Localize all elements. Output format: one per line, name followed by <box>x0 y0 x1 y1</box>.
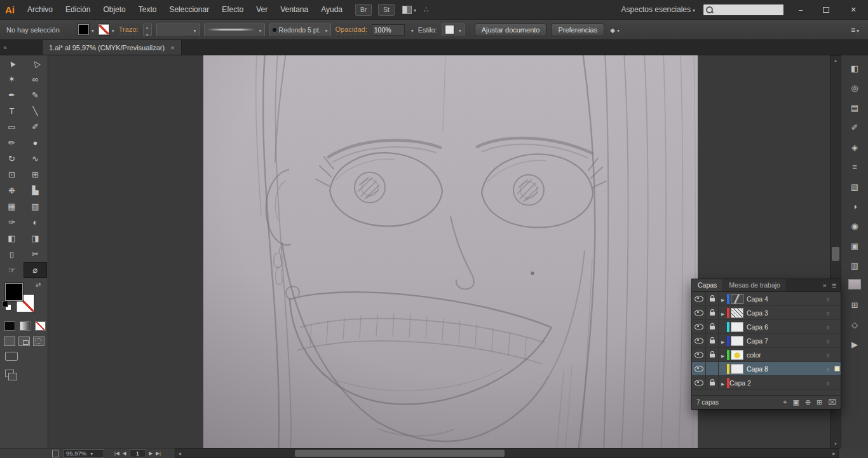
symbols-panel-icon[interactable]: ◈ <box>847 141 862 154</box>
restore-button[interactable] <box>817 3 835 16</box>
lock-toggle[interactable] <box>706 376 719 389</box>
target-icon[interactable] <box>822 379 834 387</box>
perspective-grid-tool[interactable]: ⊞ <box>24 167 47 183</box>
previous-artboard-button[interactable]: ◀ <box>123 450 126 456</box>
zoom-tool[interactable]: ⌀ <box>24 262 47 278</box>
status-menu-icon[interactable] <box>52 450 58 457</box>
scroll-down-icon[interactable] <box>831 440 841 448</box>
gradient-panel-icon[interactable]: ▧ <box>847 180 862 193</box>
artboard-tool[interactable]: ▯ <box>0 246 24 262</box>
horizontal-scrollbar-thumb[interactable] <box>295 450 505 457</box>
lock-toggle[interactable] <box>706 334 719 347</box>
chevron-down-icon[interactable] <box>409 26 414 34</box>
panel-collapse-icon[interactable]: » <box>823 282 827 289</box>
layer-name[interactable]: color <box>747 351 822 359</box>
rotate-tool[interactable]: ↻ <box>0 151 24 167</box>
layer-name[interactable]: Capa 8 <box>747 365 822 373</box>
pencil-tool[interactable]: ✏ <box>0 135 24 151</box>
search-input[interactable] <box>715 5 775 15</box>
tab-capas[interactable]: Capas <box>692 279 722 291</box>
opacity-panel-link[interactable]: Opacidad: <box>336 25 367 34</box>
tab-mesas-de-trabajo[interactable]: Mesas de trabajo <box>723 279 786 291</box>
workspace-switcher[interactable]: Aspectos esenciales <box>621 5 695 14</box>
first-artboard-button[interactable]: |◀ <box>114 450 119 456</box>
brushes-panel-icon[interactable]: ✐ <box>847 121 862 134</box>
screen-mode-icon[interactable] <box>5 352 18 361</box>
opacity-input[interactable] <box>372 24 405 36</box>
layer-thumbnail[interactable] <box>731 336 743 346</box>
eyedropper-tool[interactable]: ✑ <box>0 214 24 230</box>
lock-toggle[interactable] <box>706 362 719 375</box>
blend-tool[interactable]: ◐ <box>24 214 47 230</box>
preferences-button[interactable]: Preferencias <box>551 24 604 36</box>
cs-services-icon[interactable]: ∴ <box>424 5 429 14</box>
draw-behind-icon[interactable] <box>18 337 30 346</box>
bridge-button[interactable]: Br <box>355 4 372 16</box>
menu-seleccionar[interactable]: Seleccionar <box>163 5 215 14</box>
width-profile-select[interactable] <box>204 24 265 36</box>
swap-fill-stroke-icon[interactable] <box>36 281 41 288</box>
layer-name[interactable]: Capa 2 <box>729 379 822 387</box>
draw-normal-icon[interactable] <box>4 337 15 346</box>
gradient-button[interactable] <box>20 321 31 331</box>
panel-menu-icon[interactable] <box>832 282 837 289</box>
type-tool[interactable]: T <box>0 103 24 119</box>
layer-row-capa-3[interactable]: Capa 3 <box>692 306 841 320</box>
hand-tool[interactable]: ☞ <box>0 262 24 278</box>
next-artboard-button[interactable]: ▶ <box>149 450 153 456</box>
stock-button[interactable]: St <box>378 4 395 16</box>
layer-thumbnail[interactable] <box>731 308 743 318</box>
lock-toggle[interactable] <box>706 306 719 319</box>
visibility-toggle[interactable] <box>692 320 706 333</box>
blob-brush-tool[interactable]: ● <box>24 135 47 151</box>
none-button[interactable] <box>35 321 46 331</box>
scroll-up-icon[interactable] <box>831 56 841 64</box>
scroll-right-icon[interactable] <box>830 449 838 457</box>
extras-button[interactable] <box>610 25 620 34</box>
free-transform-tool[interactable]: ⊡ <box>0 167 24 183</box>
zoom-select[interactable]: 95,97% <box>64 449 104 458</box>
anchor-point-tool[interactable]: ✎ <box>24 87 47 103</box>
transparency-panel-icon[interactable]: ◑ <box>847 200 862 213</box>
menu-ver[interactable]: Ver <box>250 5 274 14</box>
symbol-sprayer-tool[interactable]: ❉ <box>0 183 24 198</box>
pen-tool[interactable]: ✒ <box>0 87 24 103</box>
menu-texto[interactable]: Texto <box>132 5 163 14</box>
menu-archivo[interactable]: Archivo <box>21 5 59 14</box>
arrange-documents-button[interactable] <box>402 5 416 14</box>
menu-ayuda[interactable]: Ayuda <box>315 5 349 14</box>
layer-thumbnail[interactable] <box>731 350 743 360</box>
stroke-color-control[interactable] <box>98 24 114 35</box>
horizontal-scrollbar[interactable] <box>175 448 839 458</box>
close-tab-icon[interactable]: × <box>170 44 174 52</box>
live-paint-selection-tool[interactable]: ◨ <box>24 230 47 246</box>
stroke-panel-icon[interactable]: ≡ <box>847 160 862 174</box>
target-icon[interactable] <box>822 365 834 373</box>
stroke-panel-link[interactable]: Trazo: <box>119 25 139 34</box>
layer-row-color[interactable]: color <box>692 348 841 362</box>
layer-row-capa-6[interactable]: Capa 6 <box>692 320 841 334</box>
line-segment-tool[interactable]: ╲ <box>24 103 47 119</box>
make-clipping-mask-button[interactable]: ▣ <box>792 398 799 406</box>
close-button[interactable]: ✕ <box>843 3 864 16</box>
stroke-swatch[interactable] <box>98 24 109 35</box>
width-tool[interactable]: ∿ <box>24 151 47 167</box>
control-panel-menu-icon[interactable] <box>851 25 859 34</box>
expand-arrow-icon[interactable] <box>719 379 727 387</box>
layer-row-capa-7[interactable]: Capa 7 <box>692 334 841 348</box>
brush-definition-select[interactable]: Redondo 5 pt. <box>269 24 331 36</box>
fit-document-button[interactable]: Ajustar documento <box>475 24 547 36</box>
layer-row-capa-4[interactable]: Capa 4 <box>692 292 841 306</box>
document-tab[interactable]: 1.ai* al 95,97% (CMYK/Previsualizar) × <box>42 40 182 55</box>
lock-toggle[interactable] <box>706 292 719 305</box>
lock-toggle[interactable] <box>706 320 719 333</box>
layer-row-capa-2[interactable]: Capa 2 <box>692 376 841 390</box>
gradient-tool[interactable]: ▧ <box>24 198 47 214</box>
direct-selection-tool[interactable]: △ <box>24 55 47 71</box>
locate-object-button[interactable]: ⌖ <box>783 398 787 406</box>
magic-wand-tool[interactable]: ✶ <box>0 71 24 87</box>
target-icon[interactable] <box>822 295 834 303</box>
visibility-toggle[interactable] <box>692 376 706 389</box>
layer-thumbnail[interactable] <box>731 322 743 332</box>
menu-ventana[interactable]: Ventana <box>274 5 315 14</box>
